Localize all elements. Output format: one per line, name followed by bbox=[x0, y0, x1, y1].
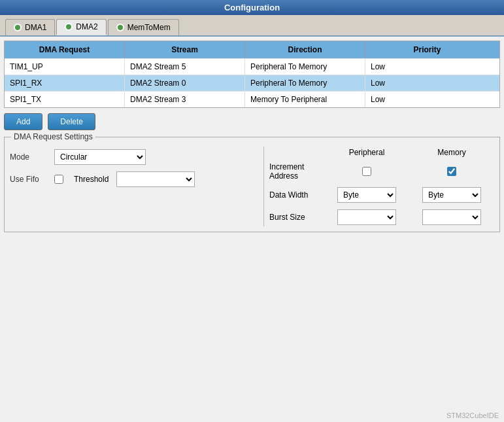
table-row[interactable]: TIM1_UP DMA2 Stream 5 Peripheral To Memo… bbox=[5, 58, 499, 75]
tab-memtomem-icon bbox=[116, 24, 124, 31]
window-title: Configuration bbox=[224, 3, 280, 12]
mode-row: Mode Circular Normal bbox=[10, 149, 258, 165]
col-dma-request: DMA Request bbox=[5, 41, 125, 58]
table-row[interactable]: SPI1_RX DMA2 Stream 0 Peripheral To Memo… bbox=[5, 75, 499, 91]
tab-dma2-label: DMA2 bbox=[76, 22, 97, 31]
use-fifo-checkbox[interactable] bbox=[54, 175, 63, 184]
burst-size-label: Burst Size bbox=[269, 213, 324, 222]
cell-stream: DMA2 Stream 3 bbox=[125, 92, 245, 107]
data-width-label: Data Width bbox=[269, 190, 324, 200]
col-stream: Stream bbox=[125, 41, 245, 58]
tab-dma2-icon bbox=[65, 23, 73, 31]
tab-dma1-label: DMA1 bbox=[25, 23, 46, 32]
increment-address-label: Increment Address bbox=[269, 162, 324, 181]
cell-priority: Low bbox=[365, 59, 489, 75]
cell-stream: DMA2 Stream 0 bbox=[125, 75, 245, 91]
settings-group: DMA Request Settings Mode Circular Norma… bbox=[4, 137, 500, 232]
vertical-divider bbox=[263, 147, 264, 226]
title-bar: Configuration bbox=[0, 0, 504, 15]
watermark: STM32CubeIDE bbox=[446, 412, 499, 419]
table-header: DMA Request Stream Direction Priority bbox=[5, 41, 499, 58]
table-row[interactable]: SPI1_TX DMA2 Stream 3 Memory To Peripher… bbox=[5, 91, 499, 107]
cell-dma-request: SPI1_RX bbox=[5, 75, 125, 91]
use-fifo-label: Use Fifo bbox=[10, 175, 49, 184]
cell-direction: Peripheral To Memory bbox=[245, 75, 365, 91]
tab-memtomem-label: MemToMem bbox=[127, 23, 171, 32]
peripheral-data-width-select[interactable]: Byte Half Word Word bbox=[337, 187, 396, 203]
button-bar: Add Delete bbox=[4, 108, 500, 135]
cell-dma-request: TIM1_UP bbox=[5, 59, 125, 75]
peripheral-burst-size-select[interactable] bbox=[337, 209, 396, 225]
cell-priority: Low bbox=[365, 75, 489, 91]
cell-priority: Low bbox=[365, 92, 489, 107]
tab-memtomem[interactable]: MemToMem bbox=[108, 19, 179, 35]
col-priority: Priority bbox=[365, 41, 489, 58]
tab-dma1[interactable]: DMA1 bbox=[5, 19, 55, 35]
tab-dma1-icon bbox=[14, 24, 22, 31]
cell-dma-request: SPI1_TX bbox=[5, 92, 125, 107]
memory-header: Memory bbox=[409, 148, 494, 157]
col-direction: Direction bbox=[245, 41, 365, 58]
mode-label: Mode bbox=[10, 152, 49, 162]
threshold-label: Threshold bbox=[74, 175, 109, 184]
add-button[interactable]: Add bbox=[4, 113, 42, 130]
table-container: DMA Request Stream Direction Priority TI… bbox=[4, 41, 500, 108]
cell-direction: Peripheral To Memory bbox=[245, 59, 365, 75]
use-fifo-row: Use Fifo Threshold bbox=[10, 171, 258, 187]
threshold-select[interactable] bbox=[116, 171, 195, 187]
tab-dma2[interactable]: DMA2 bbox=[56, 19, 106, 35]
peripheral-header: Peripheral bbox=[324, 148, 409, 157]
main-content: DMA Request Stream Direction Priority TI… bbox=[0, 37, 504, 422]
cell-direction: Memory To Peripheral bbox=[245, 92, 365, 107]
mode-select[interactable]: Circular Normal bbox=[54, 149, 146, 165]
peripheral-increment-checkbox[interactable] bbox=[362, 167, 371, 176]
memory-data-width-select[interactable]: Byte Half Word Word bbox=[422, 187, 481, 203]
delete-button[interactable]: Delete bbox=[48, 113, 95, 130]
memory-increment-checkbox[interactable] bbox=[447, 167, 456, 176]
memory-burst-size-select[interactable] bbox=[422, 209, 481, 225]
cell-stream: DMA2 Stream 5 bbox=[125, 59, 245, 75]
tab-bar: DMA1 DMA2 MemToMem bbox=[0, 15, 504, 37]
settings-legend: DMA Request Settings bbox=[11, 132, 95, 141]
